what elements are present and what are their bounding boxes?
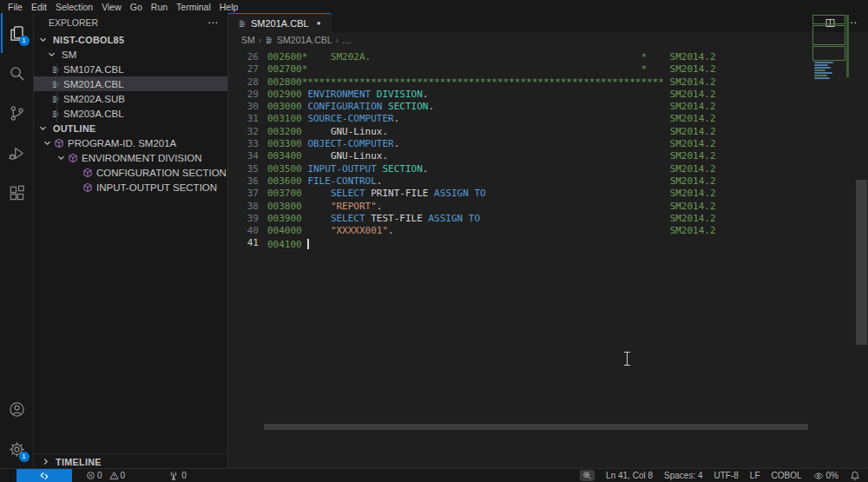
outline-item[interactable]: CONFIGURATION SECTION	[34, 165, 227, 180]
minimap[interactable]	[811, 13, 851, 81]
activity-search-button[interactable]	[1, 53, 33, 93]
symbol-module-icon	[82, 168, 93, 178]
remote-icon	[39, 471, 49, 481]
line-number: 29	[228, 89, 259, 101]
bell-icon[interactable]	[850, 471, 860, 481]
activity-run-debug-button[interactable]	[1, 133, 33, 173]
outline-title: OUTLINE	[53, 123, 95, 134]
cursor-position[interactable]: Ln 41, Col 8	[606, 471, 653, 480]
editor-group: SM201A.CBL ● ⋯ SM›SM201A.CBL›… 26002600*…	[228, 13, 868, 469]
code-line-32[interactable]: 32003200 GNU-Linux. SM2014.2	[228, 126, 868, 138]
chevron-down-icon	[36, 123, 49, 133]
symbol-module-icon	[82, 182, 93, 193]
menu-item-help[interactable]: Help	[215, 2, 243, 12]
code-line-40[interactable]: 40004000 "XXXXX001". SM2014.2	[228, 225, 868, 237]
breadcrumb-item[interactable]: …	[342, 35, 352, 45]
file-icon	[51, 109, 60, 118]
file-label: SM201A.CBL	[63, 79, 124, 89]
line-number: 27	[228, 63, 259, 76]
code-line-34[interactable]: 34003400 GNU-Linux. SM2014.2	[228, 150, 868, 162]
text-cursor	[307, 239, 309, 249]
code-line-39[interactable]: 39003900 SELECT TEST-FILE ASSIGN TO SM20…	[228, 213, 868, 225]
file-icon	[51, 95, 60, 103]
error-count: 0	[97, 471, 102, 480]
line-number: 31	[228, 113, 259, 125]
encoding-indicator[interactable]: UTF-8	[714, 471, 739, 480]
timeline-section-header[interactable]: TIMELINE	[34, 454, 227, 469]
code-line-27[interactable]: 27002700* * SM2014.2	[228, 63, 868, 76]
line-number: 30	[228, 101, 259, 113]
outline-item-label: ENVIRONMENT DIVISION	[82, 153, 201, 163]
outline-section-header[interactable]: OUTLINE	[34, 121, 227, 135]
indentation-indicator[interactable]: Spaces: 4	[664, 471, 702, 480]
file-item-SM201A.CBL[interactable]: SM201A.CBL	[34, 76, 227, 91]
outline-item-label: PROGRAM-ID. SM201A	[68, 138, 176, 149]
code-line-33[interactable]: 33003300 OBJECT-COMPUTER. SM2014.2	[228, 138, 868, 150]
file-item-SM203A.CBL[interactable]: SM203A.CBL	[34, 106, 227, 121]
code-line-35[interactable]: 35003500 INPUT-OUTPUT SECTION. SM2014.2	[228, 163, 868, 175]
file-item-SM107A.CBL[interactable]: SM107A.CBL	[34, 62, 227, 76]
code-line-29[interactable]: 29002900 ENVIRONMENT DIVISION. SM2014.2	[228, 89, 868, 101]
menu-item-view[interactable]: View	[97, 2, 126, 12]
menu-item-terminal[interactable]: Terminal	[172, 2, 215, 12]
zoom-in-icon	[582, 471, 592, 480]
language-indicator[interactable]: COBOL	[772, 471, 802, 480]
horizontal-scrollbar[interactable]	[264, 424, 808, 430]
sidebar-more-actions-icon[interactable]: ⋯	[207, 17, 219, 29]
problems-indicator[interactable]: 0 0	[86, 471, 125, 480]
eye-icon	[813, 471, 824, 481]
chevron-down-icon	[36, 35, 49, 44]
code-line-36[interactable]: 36003600 FILE-CONTROL. SM2014.2	[228, 175, 868, 188]
workbench: 1 1 EXPLORER	[0, 13, 868, 469]
workspace-root-row[interactable]: NIST-COBOL85	[34, 32, 227, 47]
status-bar-right: Ln 41, Col 8 Spaces: 4 UTF-8 LF COBOL 0%	[580, 470, 868, 481]
breadcrumb-item[interactable]: SM201A.CBL	[265, 35, 332, 45]
outline-tree: PROGRAM-ID. SM201AENVIRONMENT DIVISIONCO…	[34, 135, 227, 195]
code-line-28[interactable]: 28002800********************************…	[228, 76, 868, 89]
explorer-badge: 1	[19, 36, 30, 46]
zoom-indicator[interactable]	[580, 470, 595, 481]
source-control-icon	[9, 105, 25, 122]
code-line-37[interactable]: 37003700 SELECT PRINT-FILE ASSIGN TO SM2…	[228, 188, 868, 200]
eol-indicator[interactable]: LF	[750, 471, 760, 480]
activity-settings-button[interactable]: 1	[1, 429, 33, 469]
search-icon	[9, 65, 25, 82]
mouse-ibeam-cursor	[623, 352, 631, 366]
breadcrumb-item[interactable]: SM	[241, 35, 255, 45]
line-number: 37	[228, 188, 259, 200]
file-item-SM202A.SUB[interactable]: SM202A.SUB	[34, 91, 227, 106]
symbol-module-icon	[54, 138, 64, 149]
menu-item-run[interactable]: Run	[147, 2, 172, 12]
vertical-scrollbar[interactable]	[856, 180, 867, 345]
tab-sm201a[interactable]: SM201A.CBL ●	[228, 13, 332, 32]
outline-item[interactable]: INPUT-OUTPUT SECTION	[34, 180, 227, 195]
code-line-30[interactable]: 30003000 CONFIGURATION SECTION. SM2014.2	[228, 101, 868, 113]
outline-item[interactable]: ENVIRONMENT DIVISION	[34, 150, 227, 165]
activity-accounts-button[interactable]	[1, 389, 33, 429]
tab-label: SM201A.CBL	[251, 18, 309, 29]
file-icon	[238, 19, 247, 28]
code-line-38[interactable]: 38003800 "REPORT". SM2014.2	[228, 201, 868, 213]
menu-item-edit[interactable]: Edit	[27, 2, 51, 12]
remote-indicator[interactable]	[16, 469, 72, 482]
menu-item-file[interactable]: File	[3, 2, 27, 12]
file-label: SM107A.CBL	[63, 64, 124, 75]
activity-extensions-button[interactable]	[1, 173, 33, 213]
code-line-31[interactable]: 31003100 SOURCE-COMPUTER. SM2014.2	[228, 113, 868, 125]
menu-item-go[interactable]: Go	[126, 2, 147, 12]
screencast-indicator[interactable]: 0%	[813, 471, 838, 481]
activity-explorer-button[interactable]: 1	[1, 13, 33, 53]
timeline-title: TIMELINE	[56, 457, 102, 467]
ports-indicator[interactable]: 0	[168, 471, 187, 481]
menu-item-selection[interactable]: Selection	[51, 2, 97, 12]
file-label: SM202A.SUB	[63, 94, 125, 104]
outline-item[interactable]: PROGRAM-ID. SM201A	[34, 135, 227, 150]
modified-dot-icon[interactable]: ●	[317, 19, 321, 27]
tree-indent-guide	[56, 63, 57, 122]
line-number: 28	[228, 76, 259, 89]
folder-row-sm[interactable]: SM	[34, 47, 227, 62]
code-editor[interactable]: 26002600* SM202A. * SM2014.227002700* * …	[228, 48, 868, 469]
activity-source-control-button[interactable]	[1, 93, 33, 133]
code-line-26[interactable]: 26002600* SM202A. * SM2014.2	[228, 51, 868, 63]
code-line-41[interactable]: 41004100	[228, 237, 868, 249]
